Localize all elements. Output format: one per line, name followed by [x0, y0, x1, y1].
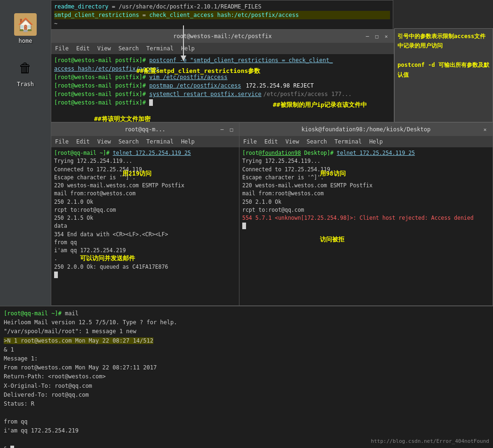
bot-line-2: Heirloom Mail version 12.5 7/5/10. Type …	[4, 318, 489, 327]
qq-line-14: .	[54, 255, 236, 263]
cmd-line-5: [root@westos-mail postfix]#	[54, 98, 391, 107]
qq-line-7: 250 2.1.0 Ok	[54, 198, 236, 206]
qq-menu-view[interactable]: View	[97, 138, 111, 145]
menu-search[interactable]: Search	[119, 45, 139, 52]
bot-line-16: &	[4, 445, 489, 448]
f98-menu-terminal[interactable]: Terminal	[334, 138, 362, 145]
qq-line-13: i'am qq 172.25.254.219	[54, 247, 236, 255]
qq-line-15: 250 2.0.0 Ok: queued as C41FA17E876	[54, 263, 236, 271]
terminal-foundation98: kiosk@foundation98:/home/kiosk/Desktop ✕…	[239, 122, 493, 306]
bot-line-3: "/var/spool/mail/root": 1 message 1 new	[4, 327, 489, 336]
qq-titlebar-controls: ─ □	[218, 126, 235, 133]
bot-line-10: Delivered-To: root@qq.com	[4, 391, 489, 400]
f98-line-4: Escape character is '^]'.	[242, 174, 490, 182]
qq-line-8: rcpt to:root@qq.com	[54, 206, 236, 214]
f98-menu-search[interactable]: Search	[307, 138, 327, 145]
qq-line-12: from qq	[54, 239, 236, 247]
f98-line-7: 250 2.1.0 Ok	[242, 198, 490, 206]
terminal-qq-menubar: File Edit View Search Terminal Help	[51, 136, 239, 147]
menu-edit[interactable]: Edit	[76, 45, 90, 52]
f98-line-6: mail from:root@westos.com	[242, 190, 490, 198]
snippet-line2-key: smtpd_client_restrictions	[54, 12, 139, 18]
f98-line-3: Connected to 172.25.254.119.	[242, 166, 490, 174]
f98-menu-edit[interactable]: Edit	[264, 138, 278, 145]
f98-menu-help[interactable]: Help	[369, 138, 383, 145]
qq-minimize-btn[interactable]: ─	[218, 126, 226, 133]
qq-maximize-btn[interactable]: □	[228, 126, 235, 133]
maximize-btn[interactable]: □	[373, 32, 381, 40]
bot-line-8: Return-Path: <root@westos.com>	[4, 372, 489, 381]
terminal-f98-titlebar: kiosk@foundation98:/home/kiosk/Desktop ✕	[239, 123, 493, 136]
f98-line-5: 220 westos-mail.westos.com ESMTP Postfix	[242, 182, 490, 190]
f98-line-9: 554 5.7.1 <unknown[172.25.254.98]>: Clie…	[242, 214, 490, 222]
terminal-qq-mail: root@qq-m... ─ □ File Edit View Search T…	[51, 122, 239, 306]
bot-line-4: >N 1 root@westos.com Mon May 22 08:27 14…	[4, 336, 489, 345]
bot-line-5: & 1	[4, 345, 489, 354]
qq-menu-help[interactable]: Help	[181, 138, 195, 145]
right-annotation-text: 引号中的参数表示限制access文件中记录的用户访问 postconf -d 可…	[398, 32, 490, 80]
qq-line-3: Connected to 172.25.254.119.	[54, 166, 236, 174]
qq-line-11: 354 End data with <CR><LF>.<CR><LF>	[54, 231, 236, 239]
f98-menu-file[interactable]: File	[243, 138, 257, 145]
titlebar-controls: ─ □ ✕	[364, 32, 390, 40]
terminal-postfix: root@westos-mail:/etc/postfix ─ □ ✕ File…	[51, 29, 394, 122]
f98-menu-view[interactable]: View	[286, 138, 299, 145]
cmd-line-2: [root@westos-mail postfix]# vim /etc/pos…	[54, 73, 391, 81]
qq-line-9: 250 2.1.5 Ok	[54, 214, 236, 222]
right-annotation-panel: 引号中的参数表示限制access文件中记录的用户访问 postconf -d 可…	[394, 28, 493, 122]
qq-line-1: [root@qq-mail ~]# telnet 172.25.254.119 …	[54, 149, 236, 157]
bot-line-13: from qq	[4, 417, 489, 426]
menu-file[interactable]: File	[55, 45, 69, 52]
cmd-line-1b: access hash:/etc/postfix/access	[54, 64, 391, 73]
terminal-qq-body: [root@qq-mail ~]# telnet 172.25.254.119 …	[51, 147, 239, 305]
bot-line-6: Message 1:	[4, 354, 489, 363]
snippet-line1: readme_directory	[54, 3, 109, 10]
f98-line-10	[242, 222, 490, 230]
f98-line-1: [root@foundation98 Desktop]# telnet 172.…	[242, 149, 490, 157]
qq-menu-terminal[interactable]: Terminal	[146, 138, 174, 145]
trash-icon: 🗑	[14, 56, 37, 79]
f98-titlebar-controls: ✕	[481, 126, 489, 133]
f98-close-btn[interactable]: ✕	[481, 126, 489, 133]
bot-line-9: X-Original-To: root@qq.com	[4, 382, 489, 391]
terminal-bottom-body: [root@qq-mail ~]# mail Heirloom Mail ver…	[0, 306, 493, 448]
top-file-snippet: readme_directory = /usr/share/doc/postfi…	[51, 0, 393, 29]
bot-line-1: [root@qq-mail ~]# mail	[4, 309, 489, 318]
minimize-btn[interactable]: ─	[364, 32, 371, 40]
terminal-postfix-body: [root@westos-mail postfix]# postconf -e …	[51, 54, 394, 122]
terminal-qq-titlebar: root@qq-m... ─ □	[51, 123, 239, 136]
qq-line-10: data	[54, 222, 236, 230]
terminal-qq-title: root@qq-m...	[125, 126, 166, 133]
bot-line-7: From root@westos.com Mon May 22 08:27:11…	[4, 363, 489, 372]
close-btn[interactable]: ✕	[382, 32, 390, 40]
terminal-postfix-titlebar: root@westos-mail:/etc/postfix ─ □ ✕	[51, 30, 394, 43]
menu-view[interactable]: View	[97, 45, 111, 52]
terminal-bottom: [root@qq-mail ~]# mail Heirloom Mail ver…	[0, 306, 493, 448]
cmd-line-3: [root@westos-mail postfix]# postmap /etc…	[54, 81, 391, 90]
qq-menu-search[interactable]: Search	[119, 138, 139, 145]
f98-line-8: rcpt to:root@qq.com	[242, 206, 490, 214]
qq-menu-file[interactable]: File	[55, 138, 69, 145]
qq-line-6: mail from:root@westos.com	[54, 190, 236, 198]
terminal-postfix-title: root@westos-mail:/etc/postfix	[173, 33, 272, 40]
cmd-line-1: [root@westos-mail postfix]# postconf -e …	[54, 56, 391, 64]
qq-line-5: 220 westos-mail.westos.com ESMTP Postfix	[54, 182, 236, 190]
trash-label: Trash	[17, 81, 34, 88]
bot-line-12	[4, 408, 489, 417]
snippet-line2-val: check_client_access hash:/etc/postfix/ac…	[149, 12, 299, 18]
terminal-f98-menubar: File Edit View Search Terminal Help	[239, 136, 493, 147]
menu-help[interactable]: Help	[181, 45, 195, 52]
bot-line-14: i'am qq 172.25.254.219	[4, 426, 489, 435]
f98-line-2: Trying 172.25.254.119...	[242, 157, 490, 165]
terminal-postfix-menubar: File Edit View Search Terminal Help	[51, 43, 394, 54]
terminal-f98-body: [root@foundation98 Desktop]# telnet 172.…	[239, 147, 493, 305]
cmd-line-4: [root@westos-mail postfix]# systemctl re…	[54, 90, 391, 98]
qq-line-4: Escape character is '^]'.	[54, 174, 236, 182]
watermark: http://blog.csdn.net/Error_404notFound	[371, 438, 489, 444]
home-icon-desktop[interactable]: 🏠 home	[10, 9, 40, 48]
trash-icon-desktop[interactable]: 🗑 Trash	[10, 53, 40, 91]
menu-terminal[interactable]: Terminal	[146, 45, 174, 52]
snippet-line3: ~	[54, 19, 390, 28]
terminals-middle: root@qq-m... ─ □ File Edit View Search T…	[51, 122, 493, 306]
qq-menu-edit[interactable]: Edit	[76, 138, 90, 145]
